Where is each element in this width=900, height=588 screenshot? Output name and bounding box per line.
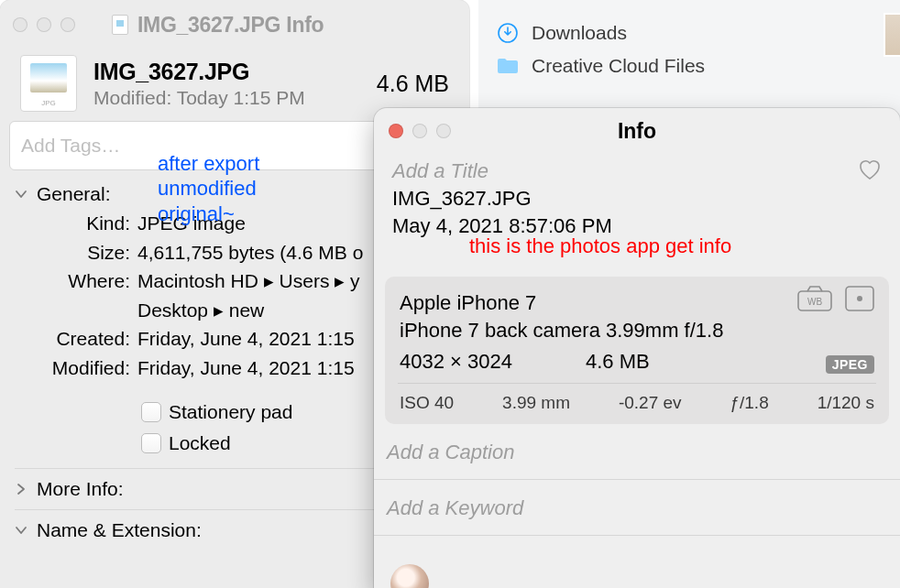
- file-size: 4.6 MB: [586, 350, 650, 374]
- checkbox-icon: [141, 433, 161, 453]
- file-size-short: 4.6 MB: [377, 71, 449, 97]
- photo-filename: IMG_3627.JPG: [392, 185, 882, 211]
- where-label: Where:: [22, 267, 137, 296]
- traffic-lights: [13, 17, 75, 32]
- annotation-blue: after export unmodified original~: [158, 151, 259, 226]
- format-badge: JPEG: [826, 355, 874, 374]
- created-value: Friday, June 4, 2021 1:15: [137, 324, 355, 354]
- exif-card: WB Apple iPhone 7 iPhone 7 back camera 3…: [385, 277, 889, 424]
- svg-point-6: [857, 296, 862, 301]
- window-title: IMG_3627.JPG Info: [137, 13, 324, 38]
- focus-point-icon: [845, 286, 874, 316]
- annotation-red: this is the photos app get info: [469, 234, 731, 258]
- svg-rect-2: [116, 20, 124, 27]
- chevron-down-icon: [15, 524, 27, 537]
- modified-value: Friday, June 4, 2021 1:15: [137, 354, 355, 383]
- downloads-icon: [497, 22, 519, 44]
- folder-icon: [497, 55, 519, 77]
- zoom-button[interactable]: [60, 17, 75, 32]
- titlebar: IMG_3627.JPG Info: [0, 0, 469, 49]
- window-title: Info: [374, 119, 900, 144]
- size-value: 4,611,755 bytes (4.6 MB o: [137, 238, 363, 267]
- keyword-input[interactable]: Add a Keyword: [374, 480, 900, 520]
- modified-label: Modified:: [22, 354, 137, 383]
- modified-short: Modified: Today 1:15 PM: [93, 87, 360, 109]
- sidebar-item-label: Creative Cloud Files: [532, 55, 705, 77]
- sidebar-item-label: Downloads: [532, 22, 627, 44]
- file-name: IMG_3627.JPG: [93, 59, 360, 85]
- photos-info-window: Info Add a Title IMG_3627.JPG May 4, 202…: [374, 108, 900, 588]
- exif-aperture: ƒ/1.8: [730, 393, 768, 413]
- section-label: General:: [37, 183, 111, 205]
- exif-focal: 3.99 mm: [502, 393, 570, 413]
- dimensions: 4032 × 3024: [400, 350, 512, 374]
- caption-input[interactable]: Add a Caption: [374, 424, 900, 464]
- proxy-icon[interactable]: [112, 15, 128, 35]
- where-value: Macintosh HD ▸ Users ▸ y: [137, 267, 360, 296]
- file-thumbnail[interactable]: [884, 13, 900, 57]
- svg-text:WB: WB: [807, 297, 822, 307]
- exif-shutter: 1/120 s: [818, 393, 874, 413]
- section-label: Name & Extension:: [37, 519, 202, 541]
- size-label: Size:: [22, 238, 137, 267]
- section-label: More Info:: [37, 478, 124, 500]
- chevron-down-icon: [15, 188, 27, 201]
- camera-wb-icon: WB: [797, 286, 832, 316]
- sidebar-item-creative-cloud[interactable]: Creative Cloud Files: [488, 49, 891, 82]
- where-value-2: Desktop ▸ new: [137, 296, 264, 325]
- favorite-icon[interactable]: [858, 158, 882, 185]
- exif-ev: -0.27 ev: [619, 393, 682, 413]
- file-icon: [20, 55, 77, 112]
- created-label: Created:: [22, 324, 137, 354]
- close-button[interactable]: [13, 17, 27, 32]
- exif-iso: ISO 40: [400, 393, 454, 413]
- tags-placeholder: Add Tags…: [21, 135, 120, 157]
- titlebar: Info: [374, 108, 900, 154]
- checkbox-label: Locked: [169, 432, 231, 454]
- minimize-button[interactable]: [37, 17, 51, 32]
- lens-name: iPhone 7 back camera 3.99mm f/1.8: [400, 317, 874, 344]
- sidebar-item-downloads[interactable]: Downloads: [488, 16, 891, 49]
- checkbox-label: Stationery pad: [169, 401, 292, 423]
- title-input[interactable]: Add a Title: [392, 158, 488, 185]
- kind-label: Kind:: [22, 209, 137, 238]
- checkbox-icon: [141, 402, 161, 422]
- face-avatar[interactable]: [390, 564, 429, 588]
- chevron-right-icon: [15, 483, 27, 495]
